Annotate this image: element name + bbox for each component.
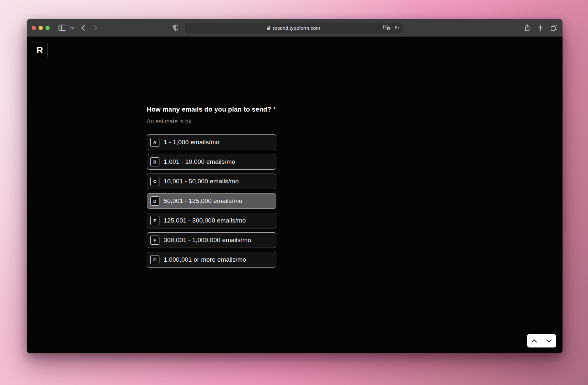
toolbar-right-actions [524,19,557,37]
option-key-badge: G [150,255,159,264]
share-icon [524,24,530,31]
option-a[interactable]: A 1 - 1,000 emails/mo [147,134,276,150]
share-button[interactable] [524,24,530,31]
option-c[interactable]: C 10,001 - 50,000 emails/mo [147,174,276,189]
option-label: 1,001 - 10,000 emails/mo [164,158,235,165]
back-button[interactable] [80,24,86,31]
close-button[interactable] [32,26,36,30]
new-tab-button[interactable] [538,25,543,31]
option-key-badge: F [150,236,159,245]
option-key-badge: E [150,216,159,225]
privacy-shield-icon [173,24,179,31]
privacy-report-button[interactable] [172,24,179,31]
option-b[interactable]: B 1,001 - 10,000 emails/mo [147,154,276,170]
question-subtitle: An estimate is ok [147,118,276,125]
survey-question: How many emails do you plan to send? * A… [147,106,276,271]
plus-icon [538,25,543,31]
chevron-down-icon [71,27,74,29]
address-bar[interactable]: resend.typeform.com A a [185,23,402,33]
logo-letter: R [36,45,43,55]
reload-icon: ↻ [395,25,399,31]
zoom-button[interactable] [45,26,50,30]
option-g[interactable]: G 1,000,001 or more emails/mo [147,252,276,268]
translate-icon: A a [383,25,391,31]
tabs-overview-icon [551,25,557,31]
option-f[interactable]: F 300,001 - 1,000,000 emails/mo [147,232,276,248]
chevron-down-icon [546,339,552,343]
sidebar-menu-button[interactable] [71,26,75,29]
sidebar-toggle-button[interactable] [57,24,67,31]
chevron-right-icon [93,25,97,31]
chevron-up-icon [531,339,537,343]
sidebar-icon [58,24,66,31]
option-label: 125,001 - 300,000 emails/mo [164,217,246,224]
address-bar-actions: A a ↻ [383,23,399,32]
webpage-content: R How many emails do you plan to send? *… [27,37,563,353]
toolbar-divider [69,25,70,30]
option-label: 1 - 1,000 emails/mo [164,139,220,146]
option-d[interactable]: D 50,001 - 125,000 emails/mo [147,193,276,209]
next-question-button[interactable] [542,334,557,347]
translate-button[interactable]: A a [383,25,391,31]
browser-toolbar: resend.typeform.com A a [27,19,563,37]
browser-window: resend.typeform.com A a [27,19,563,353]
show-tabs-button[interactable] [551,25,557,31]
option-label: 50,001 - 125,000 emails/mo [164,197,242,205]
chevron-left-icon [81,25,85,31]
options-list: A 1 - 1,000 emails/mo B 1,001 - 10,000 e… [147,134,276,268]
option-key-badge: C [150,177,159,186]
option-key-badge: D [150,196,159,206]
question-title: How many emails do you plan to send? * [147,106,276,113]
reload-button[interactable]: ↻ [395,25,399,31]
minimize-button[interactable] [39,26,43,30]
workspace-logo: R [32,42,48,58]
option-key-badge: A [150,138,159,147]
option-label: 1,000,001 or more emails/mo [164,256,246,263]
svg-text:A: A [384,25,387,29]
previous-question-button[interactable] [527,334,542,347]
form-navigation [527,334,556,347]
traffic-lights [32,26,50,30]
option-label: 300,001 - 1,000,000 emails/mo [164,237,251,244]
url-text: resend.typeform.com [273,25,320,31]
lock-icon [267,25,270,30]
desktop-background: resend.typeform.com A a [0,0,588,385]
forward-button[interactable] [93,24,98,31]
option-e[interactable]: E 125,001 - 300,000 emails/mo [147,213,276,228]
address-bar-content: resend.typeform.com [267,25,320,31]
option-label: 10,001 - 50,000 emails/mo [164,178,239,185]
option-key-badge: B [150,157,159,166]
